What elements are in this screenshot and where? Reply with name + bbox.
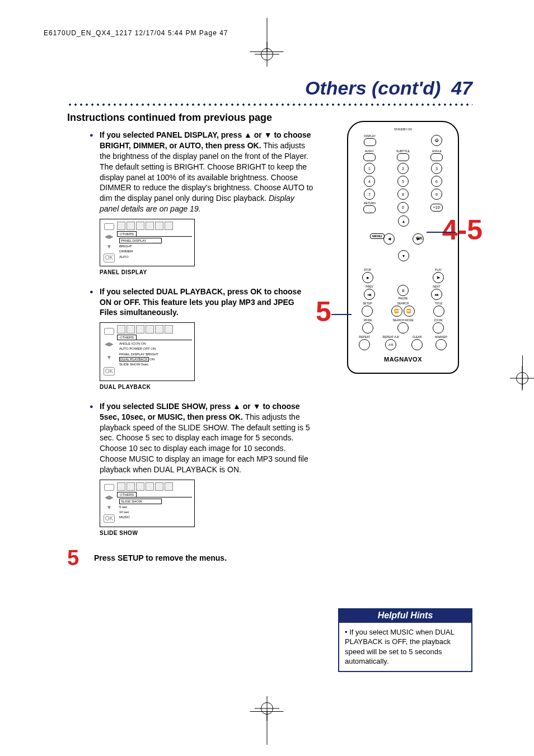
page-title-text: Others (cont'd) xyxy=(305,77,441,98)
subtitle-label: SUBTITLE xyxy=(396,149,410,153)
osd-row: BRIGHT xyxy=(119,244,192,248)
clear-button[interactable] xyxy=(411,339,423,350)
osd-panel-display: ◀▶▼OK OTHERS PANEL DISPLAY BRIGHT DIMMER… xyxy=(100,219,195,266)
section-heading: Instructions continued from previous pag… xyxy=(67,112,272,124)
osd-nav-icons: ◀▶▼OK xyxy=(102,222,116,264)
osd-nav-icons: ◀▶▼OK xyxy=(102,325,116,378)
repeat-button[interactable] xyxy=(359,339,370,350)
remote-body: STANDBY-ON DISPLAY . ⏻ AUDIO SUBTITLE AN… xyxy=(347,121,459,374)
remote-diagram: 4-5 5 STANDBY-ON DISPLAY . ⏻ AUDIO SUBTI… xyxy=(330,121,476,374)
display-label: DISPLAY xyxy=(364,134,376,138)
osd-menu: SLIDE SHOW 5 sec 10 sec MUSIC xyxy=(117,497,192,519)
pause-label: PAUSE xyxy=(399,297,408,300)
osd-row-selected: SLIDE SHOW xyxy=(119,499,162,504)
repeat-ab-label: REPEAT A-B xyxy=(383,335,399,339)
instruction-panel-display: If you selected PANEL DISPLAY, press ▲ o… xyxy=(90,130,313,214)
osd-menu: PANEL DISPLAY BRIGHT DIMMER AUTO xyxy=(117,236,192,259)
setup-button[interactable] xyxy=(362,306,373,317)
search-mode-button[interactable] xyxy=(397,322,409,334)
caption-slide-show: SLIDE SHOW xyxy=(100,529,313,537)
slide-show-body: This adjusts the playback speed of the S… xyxy=(100,412,310,474)
step-5-row: 5 Press SETUP to remove the menus. xyxy=(67,547,313,569)
audio-label: AUDIO xyxy=(365,149,374,153)
instruction-dual-playback: If you selected DUAL PLAYBACK, press OK … xyxy=(90,287,313,318)
osd-row: ANGLE ICON ON xyxy=(119,341,192,346)
callout-5: 5 xyxy=(316,295,331,328)
osd-row: AUTO xyxy=(119,255,192,259)
prev-button[interactable]: ⏮ xyxy=(364,289,375,300)
digit-6[interactable]: 6 xyxy=(431,176,442,187)
standby-button[interactable]: ⏻ xyxy=(431,135,442,146)
osd-row-selected: PANEL DISPLAY xyxy=(119,238,162,243)
crop-register-bottom xyxy=(261,702,273,715)
rew-button[interactable]: ⏪ xyxy=(391,306,402,317)
osd-top-icons xyxy=(117,222,192,230)
osd-row: SLIDE SHOW 5sec xyxy=(119,362,192,367)
prev-label: PREV xyxy=(366,285,373,288)
caption-panel-display: PANEL DISPLAY xyxy=(100,269,313,276)
digit-2[interactable]: 2 xyxy=(397,163,409,174)
mode-button[interactable] xyxy=(362,322,373,334)
mode-label: MODE xyxy=(364,318,372,322)
osd-row: 10 sec xyxy=(119,510,192,514)
title-button[interactable] xyxy=(433,306,444,317)
osd-top-icons xyxy=(117,325,192,334)
menu-button[interactable]: MENU xyxy=(370,233,385,239)
osd-slide-show: ◀▶▼OK OTHERS SLIDE SHOW 5 sec 10 sec MUS… xyxy=(100,480,195,527)
left-button[interactable]: ◀ xyxy=(383,233,395,245)
ff-button[interactable]: ⏩ xyxy=(404,306,415,317)
search-label: SEARCH xyxy=(397,302,409,305)
digit-9[interactable]: 9 xyxy=(431,189,442,200)
digit-3[interactable]: 3 xyxy=(431,163,442,174)
stop-button[interactable]: ■ xyxy=(362,272,373,283)
digit-8[interactable]: 8 xyxy=(397,189,409,200)
subtitle-button[interactable] xyxy=(397,153,409,161)
digit-4[interactable]: 4 xyxy=(364,176,375,187)
osd-tab: OTHERS xyxy=(117,492,137,497)
play-button[interactable]: ▶ xyxy=(433,272,444,283)
callout-arrow-5 xyxy=(331,314,352,315)
digit-0[interactable]: 0 xyxy=(397,202,409,213)
angle-button[interactable] xyxy=(430,153,443,161)
right-button[interactable]: ▶ xyxy=(413,233,424,245)
pause-button[interactable]: ⏸ xyxy=(397,285,409,296)
next-button[interactable]: ⏭ xyxy=(431,289,442,300)
marker-button[interactable] xyxy=(435,339,447,350)
osd-row: DIMMER xyxy=(119,249,192,253)
osd-tab: OTHERS xyxy=(117,335,137,340)
repeat-ab-button[interactable]: A-B xyxy=(385,339,396,350)
setup-label: SETUP xyxy=(363,302,372,305)
osd-top-icons xyxy=(117,482,192,491)
crop-register-right xyxy=(516,372,528,384)
up-button[interactable]: ▲ xyxy=(398,215,409,227)
title-label: TITLE xyxy=(435,302,443,305)
instruction-slide-show: If you selected SLIDE SHOW, press ▲ or ▼… xyxy=(90,401,313,475)
caption-dual-playback: DUAL PLAYBACK xyxy=(100,383,313,391)
callout-4-5: 4-5 xyxy=(442,214,483,246)
down-button[interactable]: ▼ xyxy=(398,250,409,261)
next-label: NEXT xyxy=(433,285,440,288)
step-number-5: 5 xyxy=(67,547,90,569)
display-button[interactable] xyxy=(364,138,376,146)
audio-button[interactable] xyxy=(363,153,376,161)
stop-label: STOP xyxy=(364,268,372,271)
digit-5[interactable]: 5 xyxy=(397,176,409,187)
return-button[interactable] xyxy=(363,205,376,213)
osd-tab: OTHERS xyxy=(117,231,137,236)
digit-plus10[interactable]: +10 xyxy=(430,204,443,212)
digit-7[interactable]: 7 xyxy=(364,189,375,200)
ok-cluster: MENU OK ▲ ◀ ▶ ▼ xyxy=(372,215,434,266)
print-header: E6170UD_EN_QX4_1217 12/17/04 5:44 PM Pag… xyxy=(44,29,228,37)
osd-row: AUTO POWER OFF ON xyxy=(119,346,192,351)
standby-label: STANDBY-ON xyxy=(353,128,453,131)
digit-1[interactable]: 1 xyxy=(364,163,375,174)
osd-menu: ANGLE ICON ON AUTO POWER OFF ON PANEL DI… xyxy=(117,340,192,366)
helpful-hints-body: If you select MUSIC when DUAL PLAYBACK i… xyxy=(338,623,472,672)
title-dotted-rule xyxy=(67,103,472,106)
osd-row: MUSIC xyxy=(119,515,192,519)
zoom-button[interactable] xyxy=(433,322,444,334)
osd-row: DUAL PLAYBACK ON xyxy=(119,357,192,361)
body-column: If you selected PANEL DISPLAY, press ▲ o… xyxy=(90,130,313,569)
page-title: Others (cont'd) 47 xyxy=(305,77,472,99)
zoom-label: ZOOM xyxy=(434,318,442,322)
